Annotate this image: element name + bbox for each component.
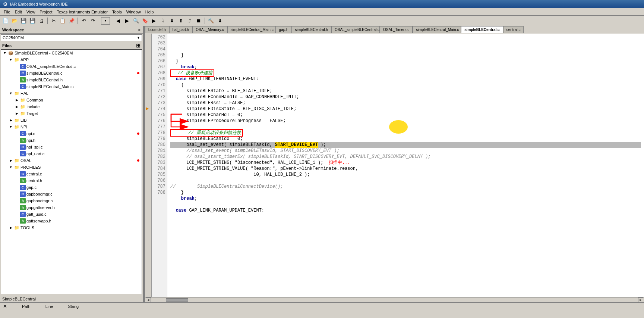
tab-8[interactable]: simpleBLECentral_Main.c xyxy=(413,26,461,33)
print-btn[interactable]: 🖨 xyxy=(37,17,45,25)
code-line-767: { xyxy=(170,82,641,88)
tab-4[interactable]: gap.h xyxy=(276,26,292,33)
redo-btn[interactable]: ↷ xyxy=(89,17,97,25)
tab-6[interactable]: OSAL_simpleBLECentral.c xyxy=(331,26,380,33)
menu-tools[interactable]: Tools xyxy=(110,9,124,15)
tree-item-common[interactable]: ▶📁Common xyxy=(1,97,142,103)
tree-item-include[interactable]: ▶📁Include xyxy=(1,103,142,110)
line-number-768: 768 xyxy=(153,70,165,76)
tree-item-npi[interactable]: ▼📁NPI xyxy=(1,124,142,130)
step-out-btn[interactable]: ⬆ xyxy=(177,17,185,25)
file-icon: 📁 xyxy=(20,110,26,116)
bookmark-btn[interactable]: 🔖 xyxy=(141,17,149,25)
download-btn[interactable]: ⬇ xyxy=(216,17,224,25)
menu-window[interactable]: Window xyxy=(124,9,143,15)
open-btn[interactable]: 📂 xyxy=(10,17,19,25)
code-line-762: } xyxy=(170,52,641,58)
workspace-dropdown[interactable]: CC2540EM ▼ xyxy=(1,34,142,41)
hscroll-left-btn[interactable]: ◀ xyxy=(146,297,151,303)
tree-item-app[interactable]: ▼📁APP xyxy=(1,56,142,63)
build-all-btn[interactable]: 🔨 xyxy=(207,17,215,25)
tab-2[interactable]: OSAL_Memory.c xyxy=(192,26,227,33)
tree-item-osal_folder[interactable]: ▶📁OSAL xyxy=(1,157,142,164)
debug-btn[interactable]: ▶ xyxy=(150,17,158,25)
step-in-btn[interactable]: ⬇ xyxy=(168,17,176,25)
paste-btn[interactable]: 📌 xyxy=(67,17,76,25)
tree-item-target[interactable]: ▶📁Target xyxy=(1,110,142,117)
file-icon: 📁 xyxy=(14,57,20,63)
tree-item-simpleblem[interactable]: CsimpleBLECentral_Main.c xyxy=(1,83,142,90)
tree-item-npi_h[interactable]: hnpi.h xyxy=(1,137,142,144)
tree-item-npi_spi[interactable]: Cnpi_spi.c xyxy=(1,144,142,150)
code-line-766: case GAP_LINK_TERMINATED_EVENT: xyxy=(170,76,641,82)
tree-item-central_h[interactable]: hcentral.h xyxy=(1,177,142,184)
go-to-prev-btn[interactable]: ◀ xyxy=(114,17,122,25)
tree-item-gap_c[interactable]: Cgap.c xyxy=(1,184,142,191)
tree-item-central_c[interactable]: Ccentral.c xyxy=(1,171,142,177)
cut-btn[interactable]: ✂ xyxy=(50,17,58,25)
menu-project[interactable]: Project xyxy=(37,9,54,15)
copy-btn[interactable]: 📋 xyxy=(59,17,67,25)
tab-10[interactable]: central.c xyxy=(503,26,524,33)
file-icon: 📁 xyxy=(20,104,26,110)
tab-7[interactable]: OSAL_Timers.c xyxy=(380,26,413,33)
line-number-767: 767 xyxy=(153,64,165,70)
tree-item-gapbondmgr_h[interactable]: hgapbondmgr.h xyxy=(1,197,142,204)
run-to-cursor-btn[interactable]: ⤴ xyxy=(186,17,194,25)
menu-edit[interactable]: Edit xyxy=(13,9,24,15)
menu-ti-emulator[interactable]: Texas Instruments Emulator xyxy=(55,9,110,15)
fold-arrow-icon[interactable]: ▶ xyxy=(146,105,149,112)
tab-0[interactable]: bcomdef.h xyxy=(145,26,169,33)
status-close-btn[interactable]: ✕ xyxy=(3,303,7,309)
tree-item-simpleblee[interactable]: hsimpleBLECentral.h xyxy=(1,77,142,83)
tree-item-gatt_uuid[interactable]: Cgatt_uuid.c xyxy=(1,211,142,218)
menu-help[interactable]: Help xyxy=(143,9,156,15)
tree-item-tools[interactable]: ▶📁TOOLS xyxy=(1,224,142,231)
tree-item-label: gattservapp.h xyxy=(26,219,51,223)
build-dropdown[interactable]: ▼ xyxy=(101,17,110,25)
workspace-close-btn[interactable]: × xyxy=(138,28,141,32)
file-icon: C xyxy=(20,212,26,217)
tree-item-label: Common xyxy=(26,98,43,102)
go-to-next-btn[interactable]: ▶ xyxy=(123,17,131,25)
step-over-btn[interactable]: ⤵ xyxy=(159,17,167,25)
app-icon: ⚙ xyxy=(3,1,8,7)
overview-btn[interactable]: ⊞ xyxy=(136,43,141,49)
dropdown-arrow-icon: ▼ xyxy=(137,36,140,40)
code-content[interactable]: ▶ 76276376476576676776876977077177277377… xyxy=(145,34,644,297)
tree-item-simpleblec[interactable]: CsimpleBLECentral.c xyxy=(1,70,142,77)
tree-item-profiles[interactable]: ▼📁PROFILES xyxy=(1,164,142,171)
tab-5[interactable]: simpleBLECentral.h xyxy=(292,26,331,33)
tree-item-root[interactable]: ▼📦SimpleBLECentral - CC2540EM xyxy=(1,50,142,56)
expand-icon xyxy=(14,77,20,83)
undo-btn[interactable]: ↶ xyxy=(80,17,88,25)
file-icon: C xyxy=(20,171,26,177)
tree-item-label: Include xyxy=(26,105,40,109)
tree-item-npi_uart[interactable]: Cnpi_uart.c xyxy=(1,150,142,157)
tab-3[interactable]: simpleBLECentral_Main.c xyxy=(227,26,276,33)
find-btn[interactable]: 🔍 xyxy=(132,17,140,25)
save-all-btn[interactable]: 💾 xyxy=(28,17,37,25)
hscroll[interactable]: ◀ ▶ xyxy=(145,297,644,302)
save-btn[interactable]: 💾 xyxy=(19,17,28,25)
new-file-btn[interactable]: 📄 xyxy=(1,17,10,25)
menu-view[interactable]: View xyxy=(24,9,38,15)
tree-item-hal[interactable]: ▼📁HAL xyxy=(1,90,142,97)
tree-item-label: gap.c xyxy=(26,185,37,190)
hscroll-right-btn[interactable]: ▶ xyxy=(638,297,643,303)
toolbar: 📄 📂 💾 💾 🖨 ✂ 📋 📌 ↶ ↷ ▼ ◀ ▶ 🔍 🔖 ▶ ⤵ ⬇ ⬆ ⤴ … xyxy=(0,16,644,26)
line-number-787: 787 xyxy=(153,184,165,190)
hscroll-track[interactable] xyxy=(151,298,638,302)
hscroll-thumb[interactable] xyxy=(166,298,188,302)
stop-btn[interactable]: ⏹ xyxy=(195,17,203,25)
tab-1[interactable]: hal_uart.h xyxy=(169,26,192,33)
tree-item-osal_simple[interactable]: COSAL_simpleBLECentral.c xyxy=(1,63,142,70)
menu-file[interactable]: File xyxy=(1,9,13,15)
tree-item-lib[interactable]: ▶📁LIB xyxy=(1,117,142,124)
tree-item-gapgattserver[interactable]: hgapgattserver.h xyxy=(1,204,142,211)
tab-9[interactable]: simpleBLECentral.c xyxy=(461,26,503,33)
tree-item-gapbondmgr_c[interactable]: Cgapbondmgr.c xyxy=(1,191,142,197)
tree-item-npi_c[interactable]: Cnpi.c xyxy=(1,130,142,137)
file-icon: C xyxy=(20,64,26,69)
tree-item-gattservapp[interactable]: hgattservapp.h xyxy=(1,218,142,224)
